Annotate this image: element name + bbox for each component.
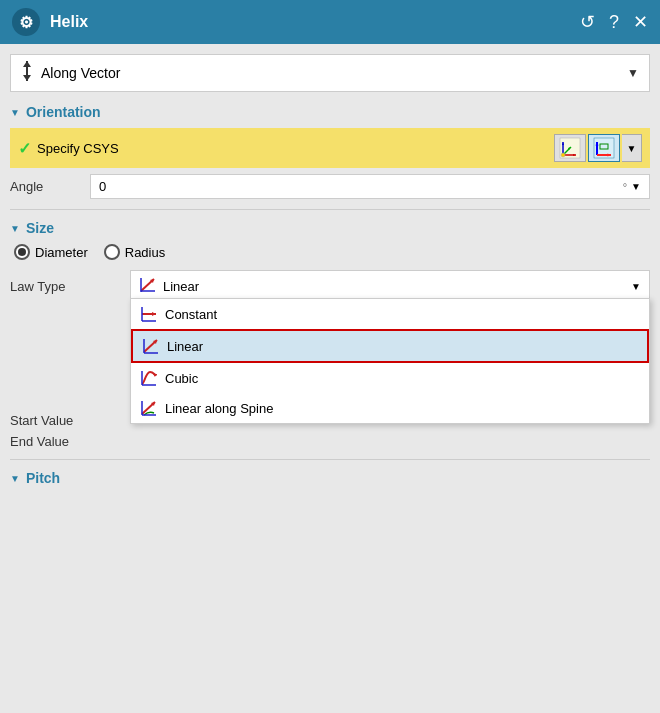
orientation-collapse-icon[interactable]: ▼ <box>10 107 20 118</box>
linear-label: Linear <box>167 339 203 354</box>
size-section: ▼ Size Diameter Radius Law Type <box>10 220 650 449</box>
law-type-arrow-icon: ▼ <box>631 281 641 292</box>
csys-dropdown-arrow[interactable]: ▼ <box>622 134 642 162</box>
constant-icon <box>139 305 159 323</box>
title-bar: ⚙ Helix ↺ ? ✕ <box>0 0 660 44</box>
csys-buttons: ▼ <box>554 134 642 162</box>
divider-1 <box>10 209 650 210</box>
linear-spine-icon <box>139 399 159 417</box>
dropdown-item-cubic[interactable]: Cubic <box>131 363 649 393</box>
divider-2 <box>10 459 650 460</box>
close-icon[interactable]: ✕ <box>633 11 648 33</box>
dropdown-item-constant[interactable]: Constant <box>131 299 649 329</box>
angle-value: 0 <box>99 179 623 194</box>
specify-csys-label: Specify CSYS <box>37 141 548 156</box>
diameter-radio[interactable]: Diameter <box>14 244 88 260</box>
diameter-label: Diameter <box>35 245 88 260</box>
help-icon[interactable]: ? <box>609 12 619 33</box>
orientation-header: ▼ Orientation <box>10 104 650 120</box>
end-value-row: End Value <box>10 434 650 449</box>
svg-marker-1 <box>23 61 31 67</box>
svg-point-10 <box>561 153 565 157</box>
law-type-row: Law Type Linear ▼ <box>10 270 650 303</box>
pitch-collapse-icon[interactable]: ▼ <box>10 473 20 484</box>
title-controls: ↺ ? ✕ <box>580 11 648 33</box>
title-left: ⚙ Helix <box>12 8 88 36</box>
radius-radio-circle[interactable] <box>104 244 120 260</box>
linear-icon <box>141 337 161 355</box>
size-collapse-icon[interactable]: ▼ <box>10 223 20 234</box>
svg-marker-2 <box>23 75 31 81</box>
radius-label: Radius <box>125 245 165 260</box>
pitch-section: ▼ Pitch <box>10 470 650 486</box>
cubic-label: Cubic <box>165 371 198 386</box>
angle-row: Angle 0 ° ▼ <box>10 174 650 199</box>
pitch-label: Pitch <box>26 470 60 486</box>
law-type-menu: Constant Linear <box>130 298 650 424</box>
main-content: Along Vector ▼ ▼ Orientation ✓ Specify C… <box>0 44 660 713</box>
orientation-label: Orientation <box>26 104 101 120</box>
along-vector-icon <box>21 61 33 85</box>
cubic-icon <box>139 369 159 387</box>
window-title: Helix <box>50 13 88 31</box>
refresh-icon[interactable]: ↺ <box>580 11 595 33</box>
specify-csys-row: ✓ Specify CSYS <box>10 128 650 168</box>
constant-label: Constant <box>165 307 217 322</box>
linear-spine-label: Linear along Spine <box>165 401 273 416</box>
angle-input[interactable]: 0 ° ▼ <box>90 174 650 199</box>
dropdown-item-linear-spine[interactable]: Linear along Spine <box>131 393 649 423</box>
radius-radio[interactable]: Radius <box>104 244 165 260</box>
diameter-radius-row: Diameter Radius <box>10 244 650 260</box>
csys-check-icon: ✓ <box>18 139 31 158</box>
law-type-selected-label: Linear <box>163 279 631 294</box>
law-type-selected-icon <box>139 276 157 297</box>
end-value-label: End Value <box>10 434 130 449</box>
csys-button-2[interactable] <box>588 134 620 162</box>
svg-marker-22 <box>152 312 156 316</box>
dropdown-item-linear[interactable]: Linear <box>131 329 649 363</box>
orientation-section: ▼ Orientation ✓ Specify CSYS <box>10 104 650 199</box>
diameter-radio-circle[interactable] <box>14 244 30 260</box>
size-label: Size <box>26 220 54 236</box>
angle-dropdown-icon[interactable]: ▼ <box>631 181 641 192</box>
app-icon: ⚙ <box>12 8 40 36</box>
along-vector-dropdown[interactable]: Along Vector ▼ <box>10 54 650 92</box>
angle-unit: ° <box>623 181 627 193</box>
size-header: ▼ Size <box>10 220 650 236</box>
along-vector-label: Along Vector <box>41 65 627 81</box>
start-value-label: Start Value <box>10 413 130 428</box>
angle-label: Angle <box>10 179 90 194</box>
csys-button-1[interactable] <box>554 134 586 162</box>
law-type-label: Law Type <box>10 279 130 294</box>
along-vector-arrow-icon: ▼ <box>627 66 639 80</box>
